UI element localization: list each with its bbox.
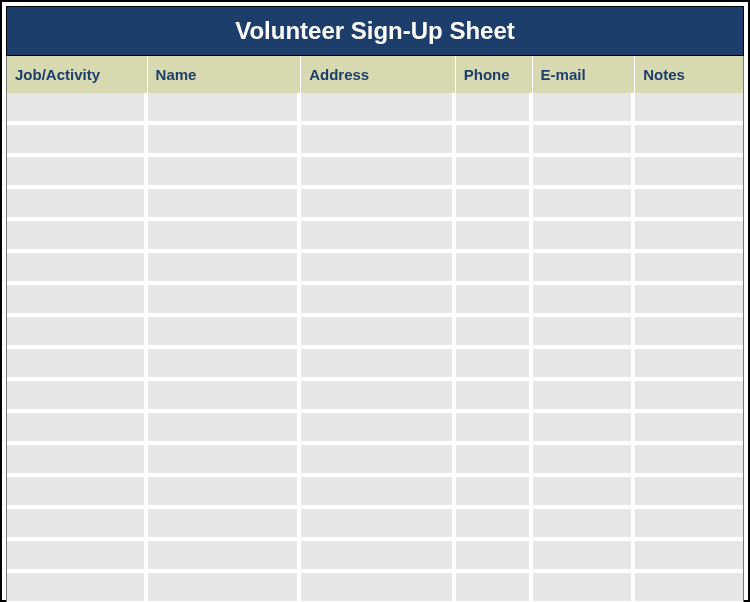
cell-email[interactable] bbox=[533, 189, 636, 221]
cell-job-activity[interactable] bbox=[7, 189, 148, 221]
cell-address[interactable] bbox=[301, 349, 456, 381]
cell-address[interactable] bbox=[301, 573, 456, 602]
cell-job-activity[interactable] bbox=[7, 93, 148, 125]
cell-email[interactable] bbox=[533, 317, 636, 349]
cell-name[interactable] bbox=[148, 413, 302, 445]
cell-email[interactable] bbox=[533, 445, 636, 477]
cell-job-activity[interactable] bbox=[7, 573, 148, 602]
cell-job-activity[interactable] bbox=[7, 349, 148, 381]
cell-address[interactable] bbox=[301, 445, 456, 477]
cell-name[interactable] bbox=[148, 477, 302, 509]
cell-address[interactable] bbox=[301, 541, 456, 573]
cell-name[interactable] bbox=[148, 93, 302, 125]
cell-name[interactable] bbox=[148, 125, 302, 157]
cell-notes[interactable] bbox=[635, 317, 743, 349]
cell-notes[interactable] bbox=[635, 189, 743, 221]
cell-name[interactable] bbox=[148, 221, 302, 253]
cell-phone[interactable] bbox=[456, 381, 533, 413]
cell-phone[interactable] bbox=[456, 221, 533, 253]
cell-name[interactable] bbox=[148, 349, 302, 381]
cell-notes[interactable] bbox=[635, 157, 743, 189]
cell-notes[interactable] bbox=[635, 221, 743, 253]
cell-name[interactable] bbox=[148, 541, 302, 573]
cell-name[interactable] bbox=[148, 253, 302, 285]
cell-phone[interactable] bbox=[456, 477, 533, 509]
cell-job-activity[interactable] bbox=[7, 317, 148, 349]
cell-name[interactable] bbox=[148, 317, 302, 349]
cell-job-activity[interactable] bbox=[7, 541, 148, 573]
cell-address[interactable] bbox=[301, 125, 456, 157]
cell-name[interactable] bbox=[148, 509, 302, 541]
cell-notes[interactable] bbox=[635, 93, 743, 125]
cell-job-activity[interactable] bbox=[7, 413, 148, 445]
cell-job-activity[interactable] bbox=[7, 477, 148, 509]
cell-phone[interactable] bbox=[456, 445, 533, 477]
cell-name[interactable] bbox=[148, 189, 302, 221]
cell-name[interactable] bbox=[148, 445, 302, 477]
cell-notes[interactable] bbox=[635, 509, 743, 541]
cell-job-activity[interactable] bbox=[7, 381, 148, 413]
cell-address[interactable] bbox=[301, 413, 456, 445]
cell-phone[interactable] bbox=[456, 317, 533, 349]
cell-address[interactable] bbox=[301, 157, 456, 189]
cell-name[interactable] bbox=[148, 157, 302, 189]
cell-name[interactable] bbox=[148, 381, 302, 413]
cell-job-activity[interactable] bbox=[7, 445, 148, 477]
cell-address[interactable] bbox=[301, 285, 456, 317]
cell-email[interactable] bbox=[533, 477, 636, 509]
cell-address[interactable] bbox=[301, 381, 456, 413]
cell-job-activity[interactable] bbox=[7, 509, 148, 541]
cell-phone[interactable] bbox=[456, 541, 533, 573]
cell-email[interactable] bbox=[533, 349, 636, 381]
cell-notes[interactable] bbox=[635, 413, 743, 445]
cell-job-activity[interactable] bbox=[7, 221, 148, 253]
cell-email[interactable] bbox=[533, 285, 636, 317]
cell-phone[interactable] bbox=[456, 157, 533, 189]
cell-email[interactable] bbox=[533, 93, 636, 125]
cell-address[interactable] bbox=[301, 93, 456, 125]
cell-phone[interactable] bbox=[456, 349, 533, 381]
cell-address[interactable] bbox=[301, 221, 456, 253]
cell-address[interactable] bbox=[301, 509, 456, 541]
table-row bbox=[7, 221, 743, 253]
cell-notes[interactable] bbox=[635, 285, 743, 317]
cell-phone[interactable] bbox=[456, 125, 533, 157]
cell-email[interactable] bbox=[533, 381, 636, 413]
cell-notes[interactable] bbox=[635, 541, 743, 573]
cell-email[interactable] bbox=[533, 541, 636, 573]
cell-notes[interactable] bbox=[635, 349, 743, 381]
cell-email[interactable] bbox=[533, 573, 636, 602]
cell-phone[interactable] bbox=[456, 285, 533, 317]
cell-job-activity[interactable] bbox=[7, 285, 148, 317]
cell-address[interactable] bbox=[301, 253, 456, 285]
cell-notes[interactable] bbox=[635, 253, 743, 285]
cell-email[interactable] bbox=[533, 221, 636, 253]
cell-email[interactable] bbox=[533, 509, 636, 541]
cell-job-activity[interactable] bbox=[7, 253, 148, 285]
cell-job-activity[interactable] bbox=[7, 125, 148, 157]
cell-phone[interactable] bbox=[456, 93, 533, 125]
page-title: Volunteer Sign-Up Sheet bbox=[6, 6, 744, 56]
cell-notes[interactable] bbox=[635, 125, 743, 157]
cell-email[interactable] bbox=[533, 125, 636, 157]
cell-name[interactable] bbox=[148, 573, 302, 602]
cell-email[interactable] bbox=[533, 413, 636, 445]
cell-notes[interactable] bbox=[635, 381, 743, 413]
cell-notes[interactable] bbox=[635, 477, 743, 509]
cell-phone[interactable] bbox=[456, 253, 533, 285]
cell-email[interactable] bbox=[533, 157, 636, 189]
cell-notes[interactable] bbox=[635, 573, 743, 602]
cell-job-activity[interactable] bbox=[7, 157, 148, 189]
cell-phone[interactable] bbox=[456, 573, 533, 602]
cell-phone[interactable] bbox=[456, 413, 533, 445]
cell-notes[interactable] bbox=[635, 445, 743, 477]
cell-address[interactable] bbox=[301, 317, 456, 349]
header-phone: Phone bbox=[456, 56, 533, 93]
cell-name[interactable] bbox=[148, 285, 302, 317]
cell-phone[interactable] bbox=[456, 509, 533, 541]
cell-email[interactable] bbox=[533, 253, 636, 285]
table-row bbox=[7, 573, 743, 602]
cell-address[interactable] bbox=[301, 189, 456, 221]
cell-phone[interactable] bbox=[456, 189, 533, 221]
cell-address[interactable] bbox=[301, 477, 456, 509]
